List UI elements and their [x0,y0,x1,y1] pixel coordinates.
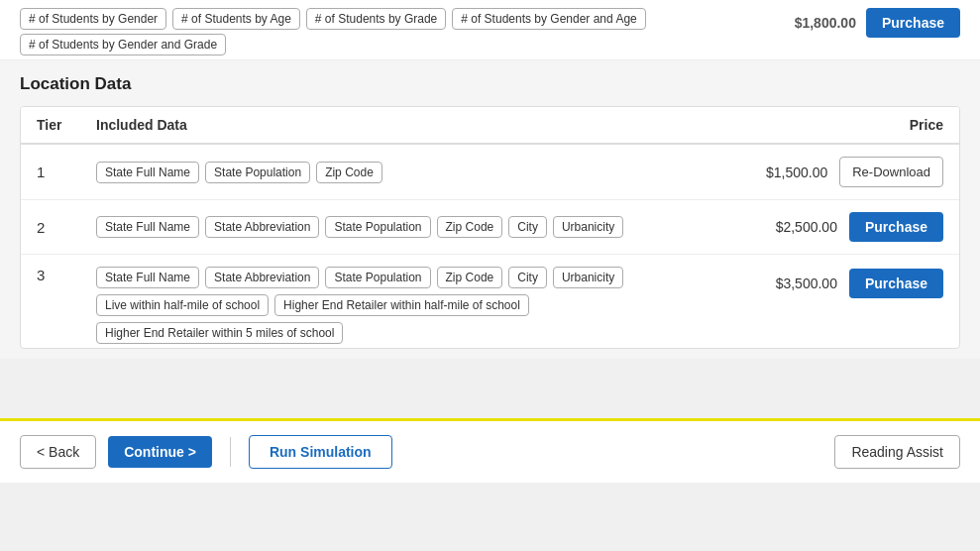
tier-2: 2 [37,219,96,236]
table-row-2: 2 State Full Name State Abbreviation Sta… [21,200,959,255]
top-tags-row1: # of Students by Gender # of Students by… [20,8,782,30]
footer: < Back Continue > Run Simulation Reading… [0,418,980,483]
location-title: Location Data [20,74,960,94]
row3-price: $3,500.00 [776,276,837,291]
row1-redownload-button[interactable]: Re-Download [839,157,943,187]
footer-divider [230,437,231,467]
tag-city-3: City [508,267,547,288]
col-header-price: Price [765,117,943,133]
tag-higher-5miles: Higher End Retailer within 5 miles of sc… [96,322,343,344]
tag-grade: # of Students by Grade [306,8,446,30]
top-partial-row: # of Students by Gender # of Students by… [0,0,980,60]
tag-state-full-1: State Full Name [96,162,199,183]
tier-1: 1 [37,164,96,180]
tag-state-pop-3: State Population [325,267,430,288]
tag-gender-grade: # of Students by Gender and Grade [20,34,226,55]
tag-urbanicity-3: Urbanicity [553,267,623,288]
row1-tags: State Full Name State Population Zip Cod… [96,162,765,183]
tag-zip-2: Zip Code [437,216,503,238]
run-simulation-button[interactable]: Run Simulation [249,435,392,469]
tier-3: 3 [37,267,96,283]
row3-purchase-button[interactable]: Purchase [849,269,943,298]
tag-state-full-3: State Full Name [96,267,199,288]
table-row-1: 1 State Full Name State Population Zip C… [21,145,959,200]
top-partial-price: $1,800.00 [795,15,856,31]
tag-state-full-2: State Full Name [96,216,199,238]
table-row-3-wrapper: 3 State Full Name State Abbreviation Sta… [21,255,959,348]
tag-age: # of Students by Age [172,8,300,30]
tag-state-abbr-2: State Abbreviation [205,216,319,238]
row3-tags-extra: Live within half-mile of school Higher E… [96,294,765,344]
location-section: Location Data Tier Included Data Price 1… [0,60,980,359]
row2-tags: State Full Name State Abbreviation State… [96,216,765,238]
tag-state-abbr-3: State Abbreviation [205,267,319,288]
table-header: Tier Included Data Price [21,107,959,145]
tag-gender-age: # of Students by Gender and Age [452,8,645,30]
tag-urbanicity-2: Urbanicity [553,216,623,238]
tag-state-pop-2: State Population [325,216,430,238]
tag-city-2: City [508,216,547,238]
col-header-data: Included Data [96,117,765,133]
col-header-tier: Tier [37,117,96,133]
location-table: Tier Included Data Price 1 State Full Na… [20,106,960,349]
row3-tags-main: State Full Name State Abbreviation State… [96,267,765,288]
tag-zip-1: Zip Code [316,162,382,183]
back-button[interactable]: < Back [20,435,96,469]
tag-higher-halfmile: Higher End Retailer within half-mile of … [274,294,529,316]
reading-assist-button[interactable]: Reading Assist [834,435,960,469]
top-partial-purchase-button[interactable]: Purchase [866,8,960,38]
tag-state-pop-1: State Population [205,162,310,183]
row1-price: $1,500.00 [766,165,827,180]
tag-zip-3: Zip Code [437,267,503,288]
row2-purchase-button[interactable]: Purchase [849,212,943,242]
spacer [0,359,980,418]
continue-button[interactable]: Continue > [108,436,212,468]
row2-price: $2,500.00 [776,219,837,235]
tag-gender: # of Students by Gender [20,8,166,30]
table-row-3: 3 State Full Name State Abbreviation Sta… [21,255,959,348]
tag-live-halfmile: Live within half-mile of school [96,294,269,316]
row3-content: State Full Name State Abbreviation State… [96,267,765,344]
